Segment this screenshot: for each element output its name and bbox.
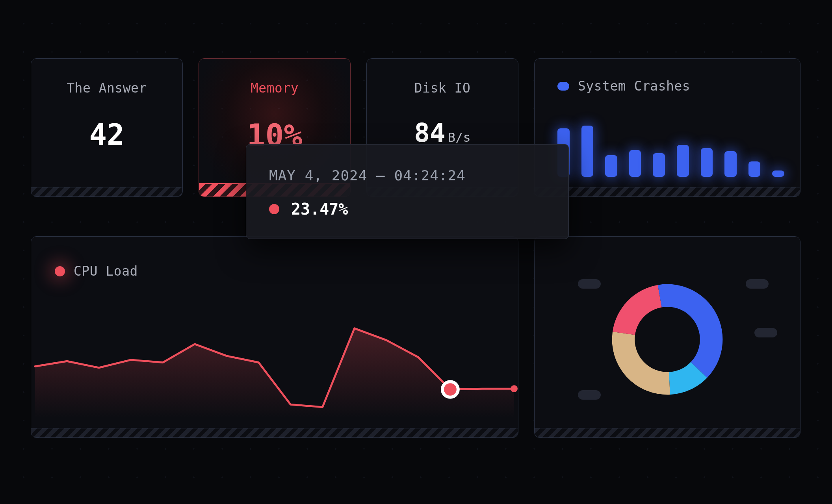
chart-tooltip: MAY 4, 2024 — 04:24:24 23.47% [246,144,569,239]
card-title: CPU Load [55,263,138,279]
legend-pill [578,390,601,400]
bar [772,170,784,177]
legend-pill [746,279,769,289]
bar [748,161,761,177]
bar [629,150,641,177]
bar [677,145,689,177]
bar [724,151,737,177]
svg-point-0 [442,382,458,397]
tooltip-value: 23.47% [291,200,348,218]
chart-card-cpu-load[interactable]: CPU Load [31,236,518,438]
card-resize-handle[interactable] [535,428,800,437]
svg-point-1 [511,385,518,392]
bar-chart [557,122,784,177]
legend-swatch-icon [55,266,65,276]
card-title: The Answer [31,80,182,96]
card-resize-handle[interactable] [535,187,800,196]
bar [701,148,713,177]
card-title: System Crashes [557,78,690,94]
tooltip-timestamp: MAY 4, 2024 — 04:24:24 [269,167,546,183]
bar [605,155,617,177]
stat-value: 84B/s [367,118,518,148]
bar [581,126,594,177]
donut-chart [535,251,800,428]
stat-value: 42 [31,118,182,152]
line-chart [31,300,518,428]
card-title: Disk IO [367,80,518,96]
bar [653,153,665,177]
card-resize-handle[interactable] [31,428,518,437]
card-title: Memory [199,80,350,96]
legend-pill [578,279,601,289]
chart-card-donut[interactable] [534,236,800,438]
chart-card-system-crashes[interactable]: System Crashes [534,58,800,197]
tooltip-swatch-icon [269,204,279,214]
stat-card-answer[interactable]: The Answer 42 [31,58,183,197]
card-resize-handle[interactable] [31,187,182,196]
legend-pill [754,328,777,337]
legend-swatch-icon [557,82,569,91]
